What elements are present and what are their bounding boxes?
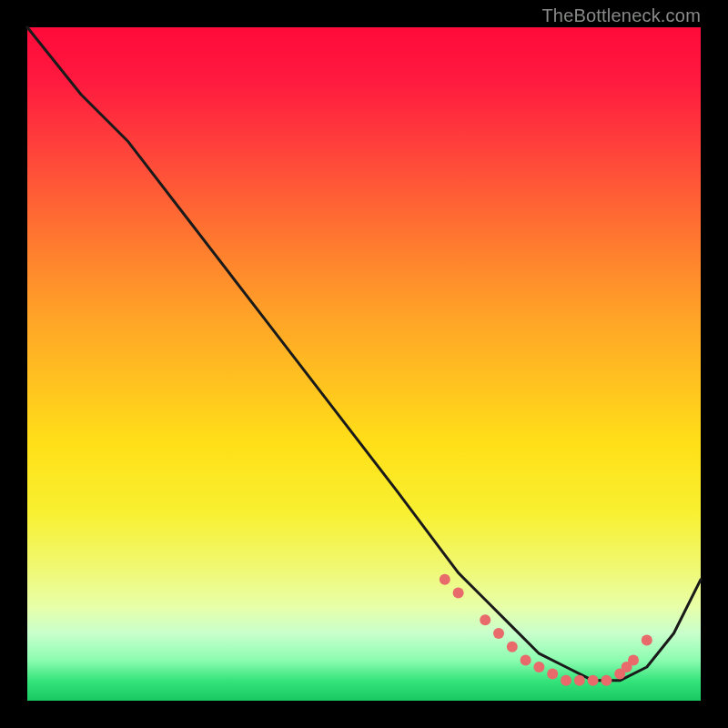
highlight-dot xyxy=(440,574,450,585)
chart-svg xyxy=(27,27,701,701)
highlight-dot xyxy=(493,628,504,639)
curve-path xyxy=(27,27,701,681)
highlight-dot xyxy=(561,675,571,686)
highlight-dot xyxy=(533,662,544,672)
highlight-dot xyxy=(507,642,518,652)
highlight-dot xyxy=(521,655,531,666)
highlight-dot xyxy=(547,668,558,679)
plot-area xyxy=(27,27,701,701)
highlight-dot xyxy=(642,634,652,645)
bottleneck-curve xyxy=(27,27,701,681)
highlight-dot xyxy=(628,655,639,666)
highlight-dots xyxy=(440,574,652,686)
highlight-dot xyxy=(453,588,464,599)
watermark-text: TheBottleneck.com xyxy=(541,5,701,26)
highlight-dot xyxy=(574,675,585,686)
highlight-dot xyxy=(588,675,599,686)
highlight-dot xyxy=(480,614,490,625)
highlight-dot xyxy=(601,675,612,686)
chart-container: TheBottleneck.com xyxy=(0,0,728,728)
